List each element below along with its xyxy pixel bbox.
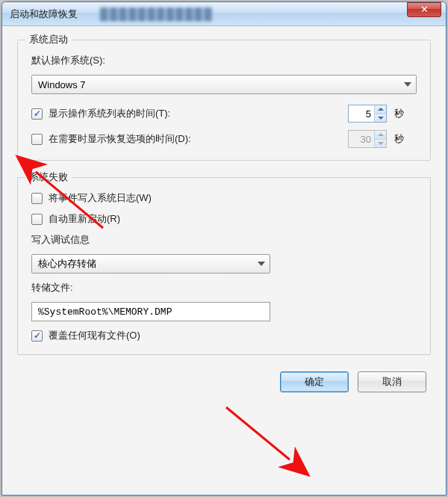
svg-line-1 xyxy=(226,407,290,460)
overwrite-checkbox[interactable] xyxy=(31,330,43,342)
window-title: 启动和故障恢复 xyxy=(10,7,78,21)
seconds-unit: 秒 xyxy=(394,132,417,146)
auto-restart-checkbox[interactable] xyxy=(31,214,43,225)
show-recovery-checkbox[interactable] xyxy=(31,134,43,145)
auto-restart-label: 自动重新启动(R) xyxy=(49,212,120,226)
show-recovery-seconds-spinner: 30 xyxy=(348,130,387,148)
show-os-list-seconds-value: 5 xyxy=(349,108,374,120)
chevron-down-icon xyxy=(258,262,265,266)
footer-buttons: 确定 取消 xyxy=(17,371,431,392)
group-system-startup: 系统启动 默认操作系统(S): Windows 7 显示操作系统列表的时间(T)… xyxy=(17,40,431,161)
spinner-up-icon[interactable] xyxy=(375,105,386,114)
default-os-label: 默认操作系统(S): xyxy=(31,54,105,67)
show-os-list-seconds-spinner[interactable]: 5 xyxy=(348,105,387,123)
seconds-unit: 秒 xyxy=(394,107,417,120)
close-icon: ✕ xyxy=(420,4,429,15)
show-recovery-label: 在需要时显示恢复选项的时间(D): xyxy=(49,132,191,146)
titlebar[interactable]: 启动和故障恢复 ████████████ ✕ xyxy=(2,2,446,26)
debug-info-dropdown[interactable]: 核心内存转储 xyxy=(31,254,270,274)
spinner-up-icon xyxy=(375,131,386,139)
group-failure-legend: 系统失败 xyxy=(25,170,72,184)
ok-button[interactable]: 确定 xyxy=(280,371,349,392)
show-os-list-label: 显示操作系统列表的时间(T): xyxy=(49,107,170,120)
group-system-failure: 系统失败 将事件写入系统日志(W) 自动重新启动(R) 写入调试信息 核心内存转… xyxy=(17,177,431,355)
write-event-checkbox[interactable] xyxy=(31,193,43,204)
cancel-button[interactable]: 取消 xyxy=(358,371,426,392)
chevron-down-icon xyxy=(404,82,411,87)
dump-file-field[interactable]: %SystemRoot%\MEMORY.DMP xyxy=(31,302,270,321)
write-event-label: 将事件写入系统日志(W) xyxy=(49,191,152,205)
show-os-list-checkbox[interactable] xyxy=(31,108,43,120)
spinner-down-icon xyxy=(375,139,386,148)
debug-info-label: 写入调试信息 xyxy=(31,233,90,247)
spinner-down-icon[interactable] xyxy=(375,114,386,123)
client-area: 系统启动 默认操作系统(S): Windows 7 显示操作系统列表的时间(T)… xyxy=(2,26,446,495)
default-os-dropdown[interactable]: Windows 7 xyxy=(31,75,417,94)
default-os-value: Windows 7 xyxy=(38,79,86,90)
dump-file-label: 转储文件: xyxy=(31,281,73,294)
overwrite-label: 覆盖任何现有文件(O) xyxy=(49,329,140,342)
show-recovery-seconds-value: 30 xyxy=(349,134,374,145)
ok-button-label: 确定 xyxy=(305,375,324,389)
titlebar-blurred-text: ████████████ xyxy=(100,7,214,20)
group-startup-legend: 系统启动 xyxy=(25,33,72,46)
cancel-button-label: 取消 xyxy=(382,375,402,389)
debug-info-value: 核心内存转储 xyxy=(38,257,96,271)
close-button[interactable]: ✕ xyxy=(407,2,441,17)
dialog-window: 启动和故障恢复 ████████████ ✕ 系统启动 默认操作系统(S): W… xyxy=(1,1,447,496)
dump-file-value: %SystemRoot%\MEMORY.DMP xyxy=(38,306,172,318)
